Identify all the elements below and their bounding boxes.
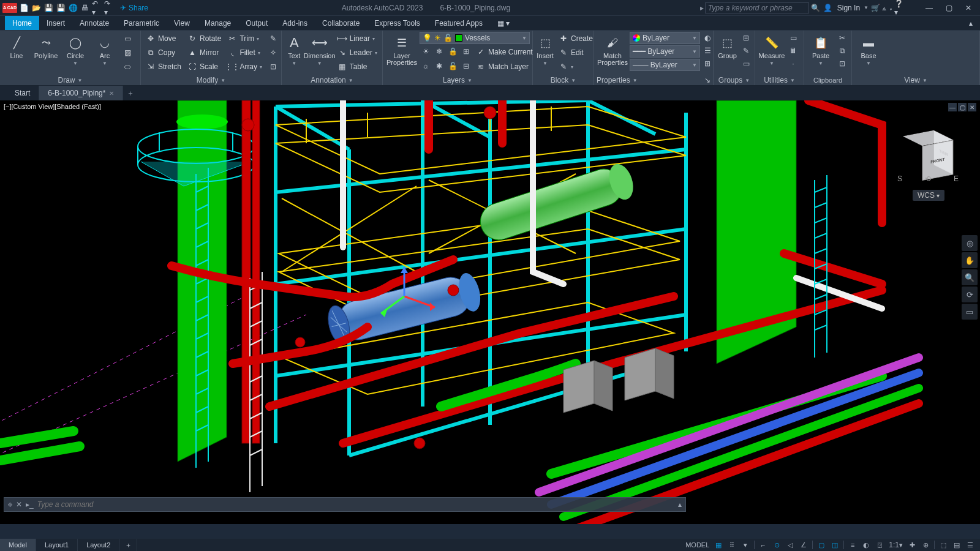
base-button[interactable]: ▬Base▼ [854,32,883,69]
panel-properties-title[interactable]: Properties ▼ ↘ [597,75,710,85]
filetab-drawing[interactable]: 6-B-1000_Piping*✕ [39,86,123,100]
tab-annotate[interactable]: Annotate [72,16,116,30]
maximize-button[interactable]: ▢ [940,1,958,15]
app-logo[interactable]: A CAD [2,3,17,13]
filetab-start[interactable]: Start [6,86,39,100]
tab-collaborate[interactable]: Collaborate [315,16,367,30]
lineweight-dropdown[interactable]: ━━━ ByLayer▼ [630,45,700,58]
status-qp-icon[interactable]: ⬚ [937,539,949,550]
share-button[interactable]: ✈ Share [116,4,152,12]
save-icon[interactable]: 💾 [43,2,54,13]
tab-addins[interactable]: Add-ins [275,16,315,30]
vp-close-icon[interactable]: ✕ [968,103,976,111]
layer-freeze-icon[interactable]: ❄ [433,45,445,58]
list-icon[interactable]: ☰ [701,45,714,57]
layer-dropdown[interactable]: 💡☀🔓Vessels ▼ [420,32,530,44]
copy-base-icon[interactable]: ⊡ [836,58,848,70]
wcs-label[interactable]: WCS ▾ [913,190,944,201]
table-button[interactable]: ▦Table [335,60,380,73]
ellipse-button[interactable]: ⬭ [120,60,135,73]
layer-unlock-icon[interactable]: 🔓 [447,60,459,72]
orbit-icon[interactable]: ⟳ [962,287,978,302]
move-button[interactable]: ✥Move [143,32,184,45]
panel-block-title[interactable]: Block ▼ [535,75,591,85]
explode-button[interactable]: ✧ [266,46,281,59]
text-button[interactable]: AText▼ [284,32,304,69]
web-icon[interactable]: 🌐 [67,2,78,13]
layer-properties-button[interactable]: ☰Layer Properties [385,32,418,69]
close-tab-icon[interactable]: ✕ [109,90,114,97]
linetype-dropdown[interactable]: ─── ByLayer▼ [630,59,700,71]
tab-output[interactable]: Output [238,16,275,30]
minimize-button[interactable]: — [920,1,938,15]
search-input[interactable]: Type a keyword or phrase [705,2,809,13]
offset-button[interactable]: ⊡ [266,60,281,73]
undo-icon[interactable]: ↶ ▾ [92,2,103,13]
cmd-hist-icon[interactable]: ⎆ [8,500,12,509]
hatch-button[interactable]: ▨ [120,46,135,59]
user-icon[interactable]: 👤 [823,2,834,13]
cmd-menu-icon[interactable]: ▴ [678,500,682,509]
stretch-button[interactable]: ⇲Stretch [143,60,184,73]
close-button[interactable]: ✕ [959,1,978,15]
trim-button[interactable]: ✂Trim▾ [225,32,265,45]
mirror-button[interactable]: ▲Mirror [185,46,224,59]
tab-extras[interactable]: ▦ ▾ [490,16,517,30]
saveas-icon[interactable]: 💾 [55,2,66,13]
rect-button[interactable]: ▭ [120,32,135,45]
edit-button[interactable]: ✎Edit [556,46,595,59]
status-polar-icon[interactable]: ⊙ [771,539,783,550]
status-gear-icon[interactable]: ✚ [906,539,918,550]
status-snap-dd[interactable]: ▾ [739,539,752,550]
signin-label[interactable]: Sign In [835,4,862,12]
panel-utilities-title[interactable]: Utilities ▼ [758,75,801,85]
panel-layers-title[interactable]: Layers ▼ [385,75,530,85]
viewport-label[interactable]: [−][Custom View][Shaded (Fast)] [4,103,101,110]
btab-model[interactable]: Model [0,539,36,551]
create-button[interactable]: ✚Create [556,32,595,45]
layer-iso-icon[interactable]: ⊞ [460,45,472,58]
viewcube[interactable]: FRONT RIGHT S⟲E WCS ▾ [894,125,962,204]
match-layer-button[interactable]: ≋Match Layer [473,60,531,73]
tab-express[interactable]: Express Tools [367,16,427,30]
arc-button[interactable]: ◡Arc▼ [91,32,119,69]
ungroup-icon[interactable]: ⊟ [740,32,752,44]
plot-icon[interactable]: 🖶 [80,2,91,13]
match-properties-button[interactable]: 🖌Match Properties [597,32,628,69]
point-icon[interactable]: · [787,58,799,70]
help-icon[interactable]: ❔ ▾ [894,2,905,13]
search-icon[interactable]: 🔍 [810,2,821,13]
panel-draw-title[interactable]: Draw ▼ [2,75,138,85]
pan-icon[interactable]: ✋ [962,252,978,268]
props-icon[interactable]: ⊞ [701,58,714,70]
copy-button[interactable]: ⧉Copy [143,46,184,59]
status-custom-icon[interactable]: ☰ [964,539,976,550]
tab-home[interactable]: Home [5,16,39,30]
btab-layout1[interactable]: Layout1 [36,539,78,551]
linear-button[interactable]: ⟼Linear▾ [335,32,380,45]
add-tab-button[interactable]: ＋ [123,86,138,100]
zoom-icon[interactable]: 🔍 [962,269,978,285]
status-snap-icon[interactable]: ⠿ [726,539,738,550]
calc-icon[interactable]: 🖩 [787,45,799,57]
status-3dosnap-icon[interactable]: ◫ [829,539,841,550]
layer-lock-icon[interactable]: 🔒 [447,45,459,58]
rotate-button[interactable]: ↻Rotate [185,32,224,45]
array-button[interactable]: ⋮⋮Array▾ [225,60,265,73]
panel-groups-title[interactable]: Groups ▼ [716,75,752,85]
showmotion-icon[interactable]: ▭ [962,304,978,320]
cmd-close-icon[interactable]: ✕ [16,500,22,509]
transparency-icon[interactable]: ◐ [701,32,714,44]
panel-modify-title[interactable]: Modify ▼ [143,75,279,85]
group-button[interactable]: ⬚Group [716,32,739,62]
polyline-button[interactable]: ⤳Polyline [32,32,60,62]
redo-icon[interactable]: ↷ ▾ [104,2,115,13]
measure-button[interactable]: 📏Measure▼ [758,32,786,69]
fillet-button[interactable]: ◟Fillet▾ [225,46,265,59]
tab-parametric[interactable]: Parametric [116,16,167,30]
status-iso-icon[interactable]: ◁ [784,539,796,550]
color-dropdown[interactable]: ByLayer▼ [630,32,700,44]
layer-uniso-icon[interactable]: ⊟ [460,60,472,72]
line-button[interactable]: ╱Line [2,32,31,62]
command-input[interactable] [37,500,674,509]
